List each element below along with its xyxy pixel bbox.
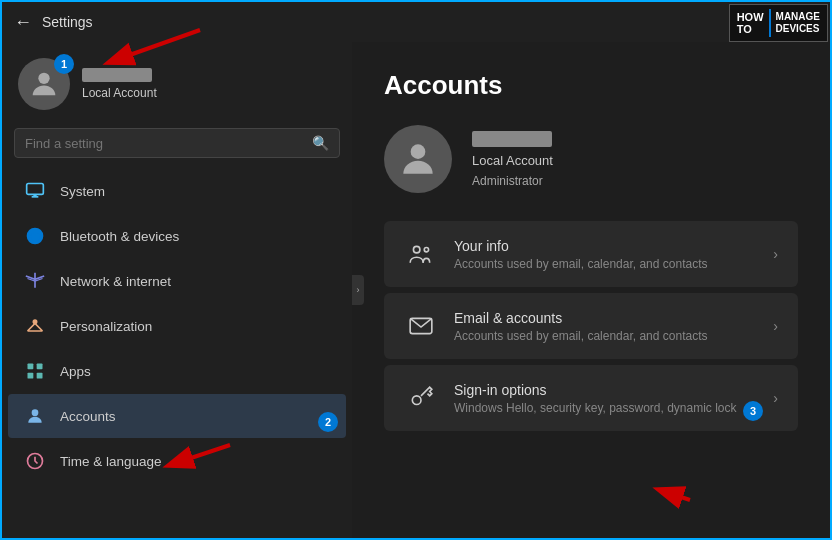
badge-2: 2 bbox=[318, 412, 338, 432]
email-icon bbox=[404, 309, 438, 343]
key-icon bbox=[404, 381, 438, 415]
time-icon bbox=[24, 450, 46, 472]
main-layout: Local Account 1 🔍 System bbox=[2, 42, 830, 538]
email-accounts-desc: Accounts used by email, calendar, and co… bbox=[454, 329, 757, 343]
search-box[interactable]: 🔍 bbox=[14, 128, 340, 158]
bluetooth-icon: ∗ bbox=[24, 225, 46, 247]
logo-divider bbox=[769, 9, 771, 37]
svg-rect-7 bbox=[28, 364, 34, 370]
back-button[interactable]: ← bbox=[14, 12, 32, 33]
svg-point-6 bbox=[33, 320, 36, 323]
svg-point-13 bbox=[411, 144, 426, 159]
your-info-chevron: › bbox=[773, 246, 778, 262]
svg-point-14 bbox=[413, 246, 420, 253]
email-accounts-chevron: › bbox=[773, 318, 778, 334]
svg-rect-1 bbox=[27, 184, 44, 195]
your-info-title: Your info bbox=[454, 238, 757, 254]
content-avatar bbox=[384, 125, 452, 193]
profile-name-bar bbox=[82, 68, 152, 82]
sidebar-item-apps-label: Apps bbox=[60, 364, 91, 379]
apps-icon bbox=[24, 360, 46, 382]
signin-options-chevron: › bbox=[773, 390, 778, 406]
email-accounts-text: Email & accounts Accounts used by email,… bbox=[454, 310, 757, 343]
sidebar-item-personalization[interactable]: Personalization bbox=[8, 304, 346, 348]
logo-howto: HOW TO bbox=[737, 11, 764, 35]
accounts-icon bbox=[24, 405, 46, 427]
content-area: Accounts Local Account Administrator bbox=[352, 42, 830, 538]
signin-options-text: Sign-in options Windows Hello, security … bbox=[454, 382, 757, 415]
window-title: Settings bbox=[42, 14, 93, 30]
nav-items: System ∗ Bluetooth & devices Network & i… bbox=[2, 168, 352, 538]
signin-options-title: Sign-in options bbox=[454, 382, 757, 398]
search-icon: 🔍 bbox=[312, 135, 329, 151]
account-info: Local Account Administrator bbox=[472, 131, 553, 188]
svg-point-15 bbox=[424, 248, 428, 252]
sidebar-item-personalization-label: Personalization bbox=[60, 319, 152, 334]
sidebar-item-network-label: Network & internet bbox=[60, 274, 171, 289]
sidebar-item-accounts[interactable]: Accounts 2 bbox=[8, 394, 346, 438]
email-accounts-title: Email & accounts bbox=[454, 310, 757, 326]
svg-point-11 bbox=[32, 409, 39, 416]
system-icon bbox=[24, 180, 46, 202]
sidebar-item-bluetooth-label: Bluetooth & devices bbox=[60, 229, 179, 244]
badge-1: 1 bbox=[54, 54, 74, 74]
content-avatar-icon bbox=[396, 137, 440, 181]
collapse-tab[interactable]: › bbox=[352, 275, 364, 305]
your-info-desc: Accounts used by email, calendar, and co… bbox=[454, 257, 757, 271]
sidebar-profile[interactable]: Local Account 1 bbox=[2, 42, 352, 124]
sidebar: Local Account 1 🔍 System bbox=[2, 42, 352, 538]
sidebar-item-bluetooth[interactable]: ∗ Bluetooth & devices bbox=[8, 214, 346, 258]
svg-rect-10 bbox=[37, 373, 43, 379]
svg-point-0 bbox=[38, 73, 49, 84]
network-icon bbox=[24, 270, 46, 292]
account-local: Local Account bbox=[472, 153, 553, 168]
account-name-bar bbox=[472, 131, 552, 147]
profile-info: Local Account bbox=[82, 68, 157, 100]
sidebar-item-accounts-label: Accounts bbox=[60, 409, 116, 424]
page-title: Accounts bbox=[384, 70, 798, 101]
app-container: ← Settings HOW TO MANAGE DEVICES bbox=[2, 2, 830, 538]
logo-managedevices: MANAGE DEVICES bbox=[776, 11, 820, 35]
user-avatar-icon bbox=[27, 67, 61, 101]
your-info-text: Your info Accounts used by email, calend… bbox=[454, 238, 757, 271]
sidebar-item-system[interactable]: System bbox=[8, 169, 346, 213]
your-info-card[interactable]: Your info Accounts used by email, calend… bbox=[384, 221, 798, 287]
svg-rect-3 bbox=[33, 194, 36, 197]
personalization-icon bbox=[24, 315, 46, 337]
svg-point-17 bbox=[412, 396, 421, 405]
badge-3: 3 bbox=[743, 401, 763, 421]
search-input[interactable] bbox=[25, 136, 304, 151]
svg-rect-8 bbox=[37, 364, 43, 370]
sidebar-item-network[interactable]: Network & internet bbox=[8, 259, 346, 303]
sidebar-item-system-label: System bbox=[60, 184, 105, 199]
logo: HOW TO MANAGE DEVICES bbox=[729, 4, 828, 42]
signin-options-card[interactable]: Sign-in options Windows Hello, security … bbox=[384, 365, 798, 431]
svg-rect-9 bbox=[28, 373, 34, 379]
sidebar-item-apps[interactable]: Apps bbox=[8, 349, 346, 393]
sidebar-item-time-label: Time & language bbox=[60, 454, 162, 469]
profile-label: Local Account bbox=[82, 86, 157, 100]
sidebar-item-time[interactable]: Time & language bbox=[8, 439, 346, 483]
email-accounts-card[interactable]: Email & accounts Accounts used by email,… bbox=[384, 293, 798, 359]
account-header: Local Account Administrator bbox=[384, 125, 798, 193]
account-admin: Administrator bbox=[472, 174, 553, 188]
signin-options-desc: Windows Hello, security key, password, d… bbox=[454, 401, 757, 415]
svg-text:∗: ∗ bbox=[31, 231, 39, 242]
title-bar: ← Settings HOW TO MANAGE DEVICES bbox=[2, 2, 830, 42]
your-info-icon bbox=[404, 237, 438, 271]
